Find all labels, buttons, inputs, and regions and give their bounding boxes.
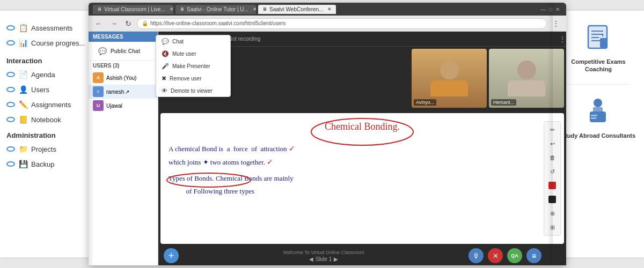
types-oval — [166, 172, 311, 188]
eye-icon — [6, 102, 15, 107]
eye-icon — [6, 87, 15, 92]
sidebar-item-course-progress[interactable]: 📊 Course progres... — [0, 35, 94, 50]
eye-icon — [6, 40, 15, 46]
color-red[interactable] — [546, 180, 558, 191]
next-slide-btn[interactable]: ▶ — [334, 256, 338, 262]
sidebar-item-users[interactable]: 👤 Users — [0, 82, 94, 97]
stop-button[interactable]: ✕ — [488, 248, 503, 263]
video-thumb-1: Avinyo... — [412, 49, 487, 108]
users-label: Users — [31, 86, 49, 94]
checkmark-1: ✓ — [289, 145, 295, 153]
eye-icon — [6, 161, 15, 167]
interaction-section-label: Interaction — [0, 53, 94, 67]
more-options-button[interactable]: ⋮ — [550, 18, 562, 29]
sidebar-item-projects[interactable]: 📁 Projects — [0, 142, 94, 157]
book-svg — [584, 23, 613, 53]
browser-window: 🖥 Virtual Classroom | Live... ✕ 🖥 Saatvi… — [89, 3, 566, 265]
user-name-ashish: Ashish (You) — [106, 75, 136, 81]
context-make-presenter[interactable]: 🎤 Make Presenter — [156, 60, 230, 72]
context-chat-label: Chat — [172, 39, 184, 44]
assessments-icon: 📋 — [18, 23, 28, 33]
tab-close-icon[interactable]: ✕ — [170, 6, 173, 12]
prev-slide-btn[interactable]: ◀ — [309, 256, 313, 262]
svg-rect-13 — [593, 107, 603, 114]
context-mute[interactable]: 🔇 Mute user — [156, 48, 230, 60]
public-chat-item[interactable]: 💬 Public Chat — [93, 44, 153, 58]
administration-section-label: Administration — [0, 127, 94, 142]
svg-rect-8 — [600, 38, 608, 48]
whiteboard-title: Chemical Bonding. — [325, 121, 400, 132]
recording-status: Not recording — [228, 36, 260, 42]
mic-button[interactable]: 🎙 — [469, 248, 484, 263]
tab-saatvi-webconf[interactable]: 🖥 Saatvi WebConferen... ✕ — [258, 5, 336, 14]
tab-close-icon[interactable]: ✕ — [253, 6, 256, 12]
context-chat[interactable]: 💬 Chat — [156, 35, 230, 48]
tab-virtual-classroom[interactable]: 🖥 Virtual Classroom | Live... ✕ — [93, 5, 173, 14]
add-button[interactable]: + — [164, 248, 179, 263]
messages-panel: MESSAGES 💬 Public Chat USERS (3) A Ashis… — [89, 32, 158, 265]
assessments-label: Assessments — [31, 24, 72, 32]
messages-section: 💬 Public Chat — [89, 42, 158, 61]
chat-icon: 💬 — [162, 38, 169, 45]
maximize-button[interactable]: □ — [549, 6, 552, 12]
tab-label: Saatvi WebConferen... — [269, 6, 323, 12]
color-black[interactable] — [546, 193, 558, 205]
person-body-1 — [430, 80, 468, 96]
context-demote[interactable]: 👁 Demote to viewer — [156, 85, 230, 96]
sidebar-item-assignments[interactable]: ✏️ Assignments — [0, 97, 94, 112]
svg-point-11 — [594, 99, 602, 107]
presenter-icon: 🎤 — [162, 63, 169, 70]
eye-icon — [6, 146, 15, 152]
more-options-icon[interactable]: ⋮ — [559, 35, 566, 43]
user-item-ashish[interactable]: A Ashish (You) — [89, 71, 158, 85]
context-remove[interactable]: ✖ Remove user — [156, 72, 230, 85]
whiteboard-text: A chemical Bond is a force of attraction… — [169, 142, 556, 197]
pencil-tool[interactable]: ✏ — [546, 124, 558, 136]
whiteboard-content: Chemical Bonding. A chemical Bond is a f… — [160, 113, 564, 244]
svg-rect-15 — [591, 117, 596, 119]
svg-point-1 — [167, 173, 251, 187]
eye-icon — [6, 25, 15, 31]
whiteboard-area[interactable]: Chemical Bonding. A chemical Bond is a f… — [160, 113, 564, 244]
backup-icon: 💾 — [18, 159, 28, 169]
reload-button[interactable]: ↻ — [123, 18, 134, 29]
tab-close-icon[interactable]: ✕ — [327, 6, 332, 12]
right-panel: Competitive Exams Coaching Study Abroad … — [553, 11, 644, 257]
user-name-ramesh: ramesh — [106, 89, 124, 95]
monitor-button[interactable]: 🖥 — [526, 248, 541, 263]
sidebar-item-assessments[interactable]: 📋 Assessments — [0, 20, 94, 35]
sidebar-item-backup[interactable]: 💾 Backup — [0, 157, 94, 172]
whiteboard-line-2: which joins ✦ two atoms together. ✓ — [169, 155, 556, 169]
mute-icon: 🔇 — [162, 50, 169, 57]
user-name-ujawal: Ujawal — [106, 103, 122, 109]
fullscreen-tool[interactable]: ⊞ — [546, 221, 558, 233]
tab-saatvi-tutor[interactable]: 🖥 Saatvi - Online Tutor | U... ✕ — [175, 5, 256, 14]
sidebar-item-notebook[interactable]: 📒 Notebook — [0, 112, 94, 127]
minimize-button[interactable]: — — [540, 6, 546, 12]
person-svg — [583, 96, 613, 126]
user-item-ramesh[interactable]: r ramesh ↗ — [89, 85, 158, 99]
delete-tool[interactable]: 🗑 — [546, 152, 558, 163]
undo2-tool[interactable]: ↺ — [546, 166, 558, 177]
sidebar-item-agenda[interactable]: 📄 Agenda — [0, 67, 94, 82]
back-button[interactable]: ← — [93, 18, 105, 29]
red-color-swatch — [548, 182, 556, 189]
user-item-ujawal[interactable]: U Ujawal — [89, 99, 158, 113]
close-button[interactable]: ✕ — [555, 6, 560, 12]
browser-toolbar: ← → ↻ 🔒 https://live-online-classroom.sa… — [89, 16, 566, 32]
backup-label: Backup — [31, 160, 54, 168]
book-icon — [582, 21, 614, 54]
undo-tool[interactable]: ↩ — [546, 138, 558, 150]
participant-name-2: Hemant... — [491, 99, 516, 106]
user-avatar-ujawal: U — [93, 100, 104, 111]
qa-button[interactable]: QA — [507, 248, 522, 263]
person-head-2 — [517, 61, 536, 79]
whiteboard-line-3: Types of Bonds. Chemical Bonds are mainl… — [169, 172, 556, 184]
slide-indicator: ◀ Slide 1 ▶ — [179, 256, 469, 262]
settings-tool[interactable]: ⊗ — [546, 207, 558, 219]
black-color-swatch — [548, 196, 556, 203]
forward-button[interactable]: → — [108, 18, 120, 29]
demote-icon: 👁 — [162, 87, 167, 94]
address-bar[interactable]: 🔒 https://live-online-classroom.saatvi.c… — [137, 18, 547, 29]
public-chat-label: Public Chat — [111, 48, 140, 54]
